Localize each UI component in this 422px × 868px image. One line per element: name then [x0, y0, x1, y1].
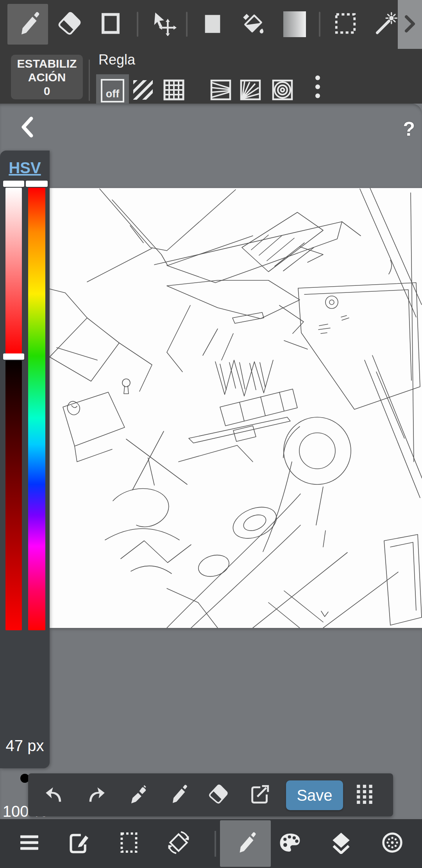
undo-icon [45, 784, 65, 806]
nav-select-button[interactable] [116, 831, 141, 856]
radial-rays-icon [240, 79, 261, 102]
grid-icon [163, 79, 185, 102]
tool-eraser-button[interactable] [49, 4, 89, 45]
bottom-nav-bar [0, 819, 422, 868]
toolbar-divider [186, 12, 188, 37]
color-picker-panel: HSV 47 px 100 % [0, 151, 50, 768]
hue-slider-handle[interactable] [26, 181, 48, 187]
chevron-right-icon [404, 14, 416, 35]
ruler-off-button[interactable]: off [96, 74, 129, 107]
save-button-label: Save [297, 787, 332, 804]
work-area: ? [0, 104, 422, 868]
stabilization-value: 0 [44, 84, 50, 98]
chevron-left-icon [20, 133, 34, 139]
parallel-lines-icon [132, 79, 154, 102]
grid-dots-icon [356, 784, 374, 806]
eyedropper-button[interactable] [126, 784, 148, 806]
move-cursor-icon [152, 11, 177, 38]
nav-edit-button[interactable] [66, 831, 91, 856]
hue-bar[interactable] [28, 188, 45, 630]
tool-fill-rect-button[interactable] [192, 4, 233, 45]
value-slider-handle[interactable] [3, 353, 24, 360]
pen-tool-button[interactable] [167, 784, 189, 806]
material-dots-globe-icon [381, 831, 404, 855]
transform-flip-icon [166, 830, 191, 856]
more-tools-button[interactable] [398, 0, 422, 49]
eraser-tool-button[interactable] [207, 784, 229, 806]
paint-bucket-icon [241, 11, 265, 37]
drawing-canvas[interactable] [50, 188, 422, 628]
ruler-section-label: Regla [98, 52, 135, 68]
edit-canvas-icon [68, 831, 90, 855]
tool-move-button[interactable] [144, 4, 184, 45]
redo-icon [86, 784, 106, 806]
tool-shape-button[interactable] [90, 4, 131, 45]
grid-dots-button[interactable] [354, 784, 376, 806]
stabilization-label: ESTABILIZACIÓN [13, 57, 80, 84]
back-button[interactable] [20, 116, 34, 140]
toolbar-divider [89, 59, 90, 101]
nav-pen-button[interactable] [233, 831, 258, 856]
stabilization-button[interactable]: ESTABILIZACIÓN 0 [11, 55, 83, 99]
rectangle-outline-icon [99, 12, 122, 36]
main-toolbar: ESTABILIZACIÓN 0 Regla off [0, 0, 422, 104]
eyedropper-icon [127, 784, 147, 806]
saturation-bar[interactable] [5, 188, 22, 353]
palette-icon [279, 831, 301, 855]
brush-size-value: 47 px [0, 737, 50, 755]
magic-wand-icon [374, 12, 398, 37]
ruler-overflow-menu[interactable] [307, 77, 329, 99]
nav-material-button[interactable] [380, 831, 405, 856]
tool-bucket-button[interactable] [233, 4, 274, 45]
export-icon [249, 784, 269, 806]
value-bar[interactable] [5, 360, 22, 630]
pen-icon [168, 784, 188, 806]
perspective-lines-icon [210, 79, 232, 102]
nav-divider [215, 831, 216, 857]
nav-layers-button[interactable] [329, 831, 354, 856]
ruler-perspective-button[interactable] [210, 80, 232, 102]
saturation-slider-handle[interactable] [3, 181, 24, 187]
paint-app-screen: ESTABILIZACIÓN 0 Regla off [0, 0, 422, 868]
marquee-selection-icon [119, 831, 139, 855]
hsv-mode-tab[interactable]: HSV [0, 159, 50, 177]
kebab-menu-icon [315, 75, 320, 100]
ruler-grid-button[interactable] [163, 80, 185, 102]
export-button[interactable] [248, 784, 270, 806]
layers-icon [330, 831, 352, 855]
ruler-off-label: off [101, 79, 124, 102]
ruler-radial-button[interactable] [240, 80, 261, 102]
quick-toolbar: Save [28, 773, 393, 816]
help-button[interactable]: ? [403, 118, 415, 140]
redo-button[interactable] [85, 784, 107, 806]
undo-button[interactable] [44, 784, 66, 806]
tool-pen-button[interactable] [7, 4, 48, 45]
pen-icon [234, 831, 257, 855]
toolbar-divider [137, 12, 138, 37]
eraser-icon [208, 784, 228, 806]
menu-icon [18, 834, 40, 853]
nav-palette-button[interactable] [277, 831, 302, 856]
toolbar-divider [319, 12, 320, 37]
nav-transform-button[interactable] [166, 831, 191, 856]
canvas-sketch [50, 188, 422, 628]
tool-gradient-button[interactable] [274, 4, 315, 45]
gradient-square-icon [283, 11, 306, 37]
marquee-selection-icon [333, 11, 358, 37]
tool-select-button[interactable] [325, 4, 366, 45]
eraser-icon [57, 11, 81, 37]
ruler-concentric-button[interactable] [272, 80, 293, 102]
nav-menu-button[interactable] [17, 831, 42, 856]
filled-square-icon [201, 12, 224, 36]
concentric-circles-icon [272, 79, 293, 102]
pen-icon [15, 11, 40, 38]
save-button[interactable]: Save [286, 780, 343, 810]
ruler-parallel-button[interactable] [132, 80, 154, 102]
